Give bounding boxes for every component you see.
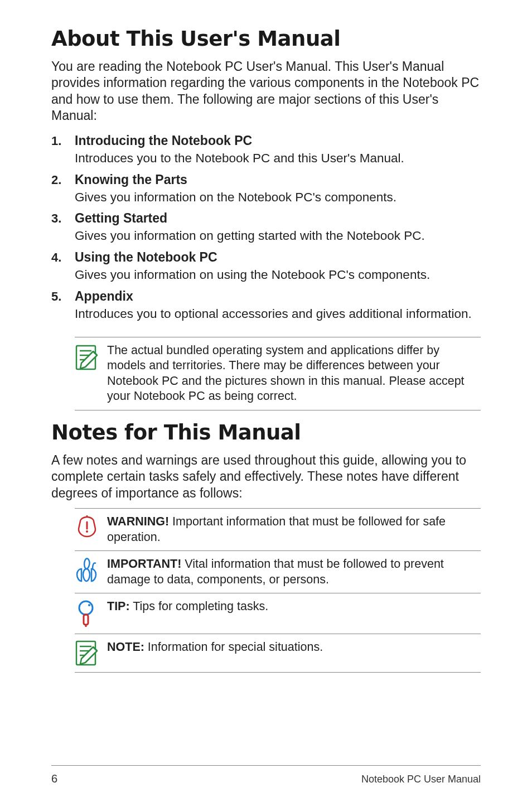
footer-title: Notebook PC User Manual bbox=[361, 774, 481, 785]
heading-2: Notes for This Manual bbox=[51, 421, 481, 445]
callout-text: Information for special situations. bbox=[144, 640, 323, 654]
section-description: Introduces you to optional accessories a… bbox=[51, 306, 481, 322]
warning-icon bbox=[75, 514, 107, 539]
section-title: Appendix bbox=[75, 289, 133, 304]
section-number: 2. bbox=[51, 173, 75, 187]
svg-point-8 bbox=[88, 604, 90, 606]
section-title: Getting Started bbox=[75, 211, 167, 226]
section-description: Gives you information on using the Noteb… bbox=[51, 267, 481, 283]
section-number: 4. bbox=[51, 250, 75, 265]
section-description: Gives you information on the Notebook PC… bbox=[51, 190, 481, 206]
tip-icon bbox=[75, 599, 107, 628]
callout-label: IMPORTANT! bbox=[107, 557, 181, 571]
system-note-text: The actual bundled operating system and … bbox=[107, 343, 481, 404]
intro-paragraph-2: A few notes and warnings are used throug… bbox=[51, 452, 481, 501]
note-icon bbox=[75, 344, 107, 371]
section-title: Knowing the Parts bbox=[75, 172, 187, 187]
section-description: Gives you information on getting started… bbox=[51, 228, 481, 244]
section-description: Introduces you to the Notebook PC and th… bbox=[51, 151, 481, 167]
callout-label: NOTE: bbox=[107, 640, 144, 654]
svg-rect-9 bbox=[84, 615, 88, 625]
note-icon bbox=[75, 640, 107, 666]
section-number: 3. bbox=[51, 211, 75, 226]
section-number: 1. bbox=[51, 134, 75, 148]
callout-text: Tips for completing tasks. bbox=[130, 600, 269, 613]
section-number: 5. bbox=[51, 289, 75, 304]
section-title: Introducing the Notebook PC bbox=[75, 133, 252, 148]
svg-point-7 bbox=[79, 601, 93, 615]
heading-1: About This User's Manual bbox=[51, 27, 481, 51]
callout-label: WARNING! bbox=[107, 515, 169, 528]
callout-label: TIP: bbox=[107, 600, 130, 613]
page-number: 6 bbox=[51, 772, 57, 785]
intro-paragraph-1: You are reading the Notebook PC User's M… bbox=[51, 59, 481, 124]
important-icon bbox=[75, 557, 107, 583]
section-title: Using the Notebook PC bbox=[75, 250, 217, 265]
svg-point-6 bbox=[86, 530, 88, 533]
